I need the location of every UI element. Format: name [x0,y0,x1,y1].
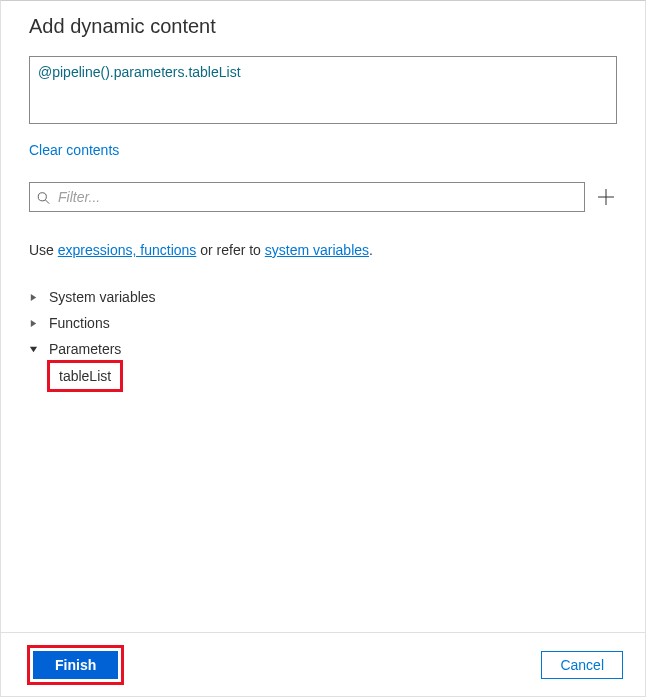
svg-marker-5 [31,319,36,326]
hint-prefix: Use [29,242,58,258]
dialog-footer: Finish Cancel [1,632,645,696]
chevron-right-icon [29,319,43,328]
dialog-title: Add dynamic content [29,15,617,38]
svg-point-0 [38,193,46,201]
tree-item-system-variables[interactable]: System variables [29,284,617,310]
filter-container [29,182,585,212]
tree-label: Parameters [49,341,121,357]
add-button[interactable] [595,186,617,208]
tree-label: System variables [49,289,156,305]
svg-marker-4 [31,293,36,300]
system-variables-link[interactable]: system variables [265,242,369,258]
chevron-down-icon [29,345,43,354]
filter-input[interactable] [29,182,585,212]
tree-item-parameters[interactable]: Parameters [29,336,617,362]
hint-suffix: . [369,242,373,258]
svg-line-1 [46,200,50,204]
finish-highlight: Finish [29,647,122,683]
tree-item-functions[interactable]: Functions [29,310,617,336]
search-icon [37,191,50,204]
hint-middle: or refer to [196,242,264,258]
tree-label: Functions [49,315,110,331]
hint-text: Use expressions, functions or refer to s… [29,242,617,258]
svg-marker-6 [30,346,37,351]
expressions-functions-link[interactable]: expressions, functions [58,242,197,258]
clear-contents-link[interactable]: Clear contents [29,142,119,158]
tree-root: System variables Functions Parameters ta… [29,284,617,390]
cancel-button[interactable]: Cancel [541,651,623,679]
parameter-item-tablelist[interactable]: tableList [49,362,121,390]
expression-editor[interactable] [29,56,617,124]
chevron-right-icon [29,293,43,302]
finish-button[interactable]: Finish [33,651,118,679]
